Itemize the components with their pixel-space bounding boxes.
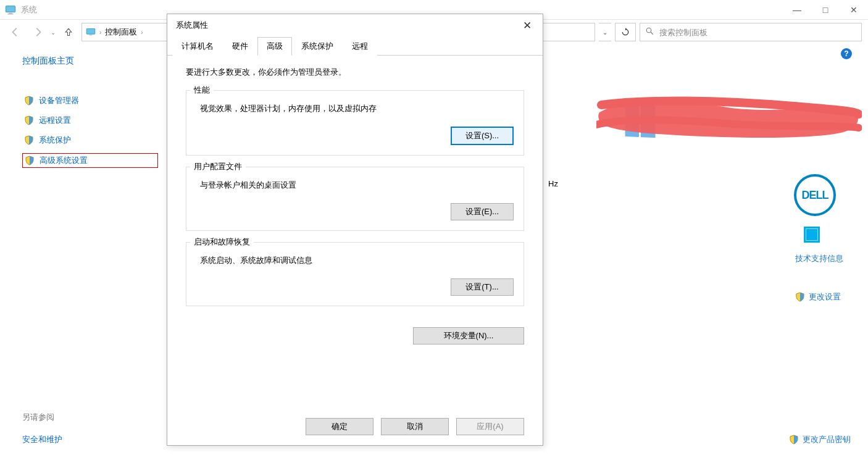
back-button[interactable] [6, 23, 25, 41]
dell-logo-icon: DELL [794, 174, 836, 216]
change-settings-label: 更改设置 [809, 291, 841, 303]
redaction-scribble [596, 94, 862, 149]
sidebar: 控制面板主页 设备管理器 远程设置 系统保护 高级系统设置 另请参阅 安全和维护 [0, 44, 167, 455]
sidebar-item-security-maintenance[interactable]: 安全和维护 [22, 433, 158, 446]
sidebar-item-label: 高级系统设置 [40, 155, 88, 166]
environment-variables-button[interactable]: 环境变量(N)... [413, 327, 524, 344]
tab-computer-name[interactable]: 计算机名 [172, 37, 223, 56]
sidebar-item-label: 设备管理器 [39, 95, 79, 106]
sidebar-home[interactable]: 控制面板主页 [22, 56, 158, 67]
group-title: 性能 [190, 85, 214, 96]
dialog-close-button[interactable]: ✕ [518, 18, 536, 33]
chevron-right-icon: › [99, 29, 101, 36]
close-button[interactable]: ✕ [840, 0, 868, 20]
svg-rect-0 [6, 6, 15, 12]
refresh-button[interactable] [615, 23, 636, 41]
dialog-titlebar: 系统属性 ✕ [167, 14, 543, 36]
tab-remote[interactable]: 远程 [343, 37, 377, 56]
window-title: 系统 [21, 4, 37, 15]
sidebar-item-label: 安全和维护 [22, 434, 62, 445]
change-product-key-label: 更改产品密钥 [803, 434, 851, 445]
system-icon [5, 4, 16, 15]
shield-icon [24, 96, 34, 106]
address-dropdown[interactable]: ⌄ [599, 23, 611, 41]
performance-settings-button[interactable]: 设置(S)... [451, 127, 514, 145]
shield-icon [24, 115, 34, 125]
tech-support-link[interactable]: 技术支持信息 [795, 253, 843, 264]
shield-icon [24, 135, 34, 145]
window-controls: — □ ✕ [783, 0, 868, 20]
sidebar-item-label: 系统保护 [39, 135, 71, 146]
dialog-title: 系统属性 [176, 20, 208, 31]
admin-note: 要进行大多数更改，你必须作为管理员登录。 [186, 67, 524, 78]
svg-rect-1 [9, 12, 12, 14]
shield-icon [25, 156, 35, 165]
profiles-settings-button[interactable]: 设置(E)... [451, 203, 514, 220]
processor-hz-suffix: Hz [548, 179, 558, 188]
history-dropdown-icon[interactable]: ⌄ [51, 29, 56, 36]
svg-point-5 [646, 28, 651, 33]
svg-rect-3 [86, 28, 95, 34]
group-desc: 视觉效果，处理器计划，内存使用，以及虚拟内存 [200, 103, 514, 114]
shield-icon [789, 435, 799, 445]
ok-button[interactable]: 确定 [306, 418, 373, 435]
maximize-button[interactable]: □ [811, 0, 840, 20]
help-icon[interactable]: ? [841, 48, 852, 59]
forward-button[interactable] [28, 23, 47, 41]
group-title: 用户配置文件 [190, 161, 246, 172]
user-profiles-group: 用户配置文件 与登录帐户相关的桌面设置 设置(E)... [186, 167, 524, 231]
address-system-icon [86, 27, 96, 37]
tab-advanced[interactable]: 高级 [257, 37, 292, 56]
dialog-body: 要进行大多数更改，你必须作为管理员登录。 性能 视觉效果，处理器计划，内存使用，… [167, 56, 543, 324]
dialog-tabstrip: 计算机名 硬件 高级 系统保护 远程 [167, 36, 543, 56]
sidebar-item-advanced-settings[interactable]: 高级系统设置 [22, 153, 158, 168]
startup-settings-button[interactable]: 设置(T)... [451, 278, 514, 296]
search-input[interactable] [659, 28, 856, 37]
cancel-button[interactable]: 取消 [381, 418, 449, 435]
sidebar-item-system-protection[interactable]: 系统保护 [22, 133, 158, 147]
group-title: 启动和故障恢复 [190, 236, 254, 248]
search-box[interactable] [640, 23, 862, 41]
chevron-right-icon: › [141, 29, 143, 36]
sidebar-item-remote-settings[interactable]: 远程设置 [22, 114, 158, 127]
breadcrumb-control-panel[interactable]: 控制面板 [105, 27, 137, 38]
see-also-label: 另请参阅 [22, 412, 158, 423]
group-desc: 系统启动、系统故障和调试信息 [200, 255, 514, 266]
system-properties-dialog: 系统属性 ✕ 计算机名 硬件 高级 系统保护 远程 要进行大多数更改，你必须作为… [167, 14, 543, 446]
dialog-footer: 确定 取消 应用(A) [167, 412, 543, 445]
change-settings-link[interactable]: 更改设置 [795, 291, 841, 303]
group-desc: 与登录帐户相关的桌面设置 [200, 180, 514, 191]
performance-group: 性能 视觉效果，处理器计划，内存使用，以及虚拟内存 设置(S)... [186, 90, 524, 156]
energy-star-icon [804, 227, 820, 243]
svg-rect-2 [8, 14, 14, 14]
tab-hardware[interactable]: 硬件 [223, 37, 257, 56]
shield-icon [795, 292, 805, 302]
sidebar-item-label: 远程设置 [39, 115, 71, 126]
search-icon [645, 27, 654, 38]
up-button[interactable] [59, 23, 78, 41]
svg-rect-4 [90, 35, 93, 36]
tab-system-protection[interactable]: 系统保护 [292, 37, 343, 56]
svg-line-6 [651, 32, 653, 35]
sidebar-item-device-manager[interactable]: 设备管理器 [22, 94, 158, 107]
minimize-button[interactable]: — [783, 0, 811, 20]
dell-logo-text: DELL [802, 189, 828, 202]
change-product-key-link[interactable]: 更改产品密钥 [789, 434, 851, 445]
apply-button[interactable]: 应用(A) [456, 418, 524, 435]
startup-recovery-group: 启动和故障恢复 系统启动、系统故障和调试信息 设置(T)... [186, 242, 524, 306]
